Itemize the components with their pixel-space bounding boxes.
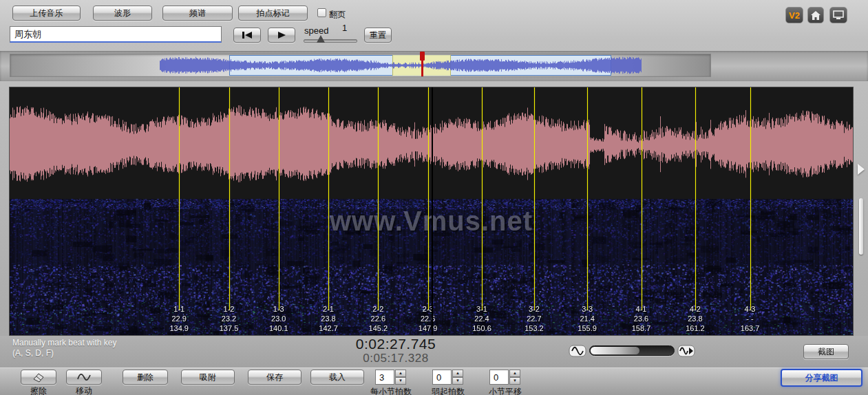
play-button[interactable] xyxy=(268,28,295,43)
volume-slider-thumb[interactable] xyxy=(591,347,639,354)
v2-version-badge[interactable]: V2 xyxy=(785,7,803,23)
skip-start-icon xyxy=(242,31,253,39)
beat-label: 4-223.8161.2 xyxy=(686,304,705,333)
spin-up-button[interactable]: ▲ xyxy=(395,370,406,377)
volume-high-icon xyxy=(677,344,695,358)
beat-line[interactable] xyxy=(229,87,230,310)
beat-label: 4-3- -163.7 xyxy=(741,304,760,333)
beat-label: 3-321.4155.9 xyxy=(578,304,597,333)
page-turn-checkbox[interactable] xyxy=(317,8,326,17)
pickup-beats-spinner[interactable]: 0 ▲ ▼ xyxy=(432,370,464,385)
speed-slider[interactable] xyxy=(304,39,357,43)
beat-label: 2-222.6145.2 xyxy=(369,304,388,333)
time-current: 0:02:27.745 xyxy=(299,336,492,352)
beat-label: 2-322.6147.9 xyxy=(419,304,438,333)
move-label: 移动 xyxy=(66,385,102,395)
beat-label: 3-222.7153.2 xyxy=(525,304,544,333)
screenshot-button[interactable]: 截图 xyxy=(803,344,849,359)
overview-strip[interactable] xyxy=(10,54,711,77)
pickup-beats-label: 弱起拍数 xyxy=(427,386,469,395)
beat-label: 4-123.6158.7 xyxy=(632,304,651,333)
monitor-icon xyxy=(833,10,844,20)
beat-label: 1-122.9134.9 xyxy=(169,304,189,333)
beat-line[interactable] xyxy=(428,87,429,310)
speed-value: 1 xyxy=(342,23,347,33)
beat-label: 2-123.8142.7 xyxy=(319,304,338,333)
erase-label: 擦除 xyxy=(21,385,56,395)
beats-per-measure-value[interactable]: 3 xyxy=(375,370,394,385)
spin-up-button[interactable]: ▲ xyxy=(509,370,520,377)
time-total: 0:05:17.328 xyxy=(299,352,492,365)
save-button[interactable]: 保存 xyxy=(248,370,301,385)
overview-playhead[interactable] xyxy=(421,52,423,76)
beat-line[interactable] xyxy=(328,87,329,310)
beats-per-measure-spinner[interactable]: 3 ▲ ▼ xyxy=(375,370,407,385)
move-tool-button[interactable] xyxy=(66,370,102,385)
waveform-tab-button[interactable]: 波形 xyxy=(93,6,152,21)
upload-music-button[interactable]: 上传音乐 xyxy=(12,6,81,21)
measure-shift-label: 小节平移 xyxy=(485,386,526,395)
eraser-icon xyxy=(32,372,45,383)
hint-text: Manually mark beat with key (A, S, D, F) xyxy=(12,338,116,359)
playhead[interactable] xyxy=(432,87,433,335)
overview-waveform-canvas xyxy=(10,55,710,76)
home-button[interactable] xyxy=(807,7,824,23)
beat-mark-tab-button[interactable]: 拍点标记 xyxy=(238,6,308,21)
spin-down-button[interactable]: ▼ xyxy=(509,377,520,385)
spin-down-button[interactable]: ▼ xyxy=(395,377,406,385)
speed-slider-thumb[interactable] xyxy=(317,35,325,43)
speed-label: speed xyxy=(304,25,328,36)
beat-line[interactable] xyxy=(587,87,588,310)
beat-line[interactable] xyxy=(179,87,180,310)
beat-line[interactable] xyxy=(695,87,696,310)
measure-shift-value[interactable]: 0 xyxy=(489,370,509,385)
rewind-button[interactable] xyxy=(233,28,261,43)
beat-line[interactable] xyxy=(534,87,535,310)
play-icon xyxy=(277,31,286,39)
fullscreen-button[interactable] xyxy=(829,7,847,23)
beat-line[interactable] xyxy=(642,87,642,310)
spectrum-tab-button[interactable]: 频谱 xyxy=(162,6,233,21)
scroll-arrow-icon[interactable] xyxy=(858,164,865,175)
volume-low-icon xyxy=(569,344,586,358)
volume-slider[interactable] xyxy=(589,345,675,356)
move-curve-icon xyxy=(76,372,92,382)
delete-button[interactable]: 删除 xyxy=(123,370,168,385)
reset-button[interactable]: 重置 xyxy=(364,28,392,43)
home-icon xyxy=(811,11,821,20)
spin-up-button[interactable]: ▲ xyxy=(452,370,463,377)
page-turn-label: 翻页 xyxy=(329,9,346,21)
beat-line[interactable] xyxy=(279,87,279,310)
pickup-beats-value[interactable]: 0 xyxy=(432,370,452,385)
scroll-thumb[interactable] xyxy=(859,198,863,255)
hint-line1: Manually mark beat with key xyxy=(12,338,116,348)
beat-label: 1-323.0140.1 xyxy=(269,304,288,333)
load-button[interactable]: 载入 xyxy=(310,370,364,385)
music-name-input[interactable] xyxy=(10,26,222,43)
beats-per-measure-label: 每小节拍数 xyxy=(367,386,415,395)
beat-label: 1-223.2137.5 xyxy=(220,304,239,333)
measure-shift-spinner[interactable]: 0 ▲ ▼ xyxy=(489,370,521,385)
snap-button[interactable]: 吸附 xyxy=(181,370,235,385)
beat-analysis-app: 上传音乐 波形 频谱 拍点标记 翻页 V2 speed 1 重置 www.Vmu… xyxy=(0,0,868,395)
beat-line[interactable] xyxy=(378,87,379,310)
beat-line[interactable] xyxy=(750,87,751,310)
zoom-scrollbar[interactable] xyxy=(856,89,867,335)
share-screenshot-button[interactable]: 分享截图 xyxy=(781,369,862,387)
spin-down-button[interactable]: ▼ xyxy=(452,377,463,385)
spectrogram-panel[interactable]: www.Vmus.net 1-122.9134.91-223.2137.51-3… xyxy=(10,87,853,335)
beat-label: 3-122.4150.6 xyxy=(472,304,491,333)
hint-line2: (A, S, D, F) xyxy=(12,348,116,359)
beat-line[interactable] xyxy=(482,87,483,310)
erase-tool-button[interactable] xyxy=(21,370,56,385)
